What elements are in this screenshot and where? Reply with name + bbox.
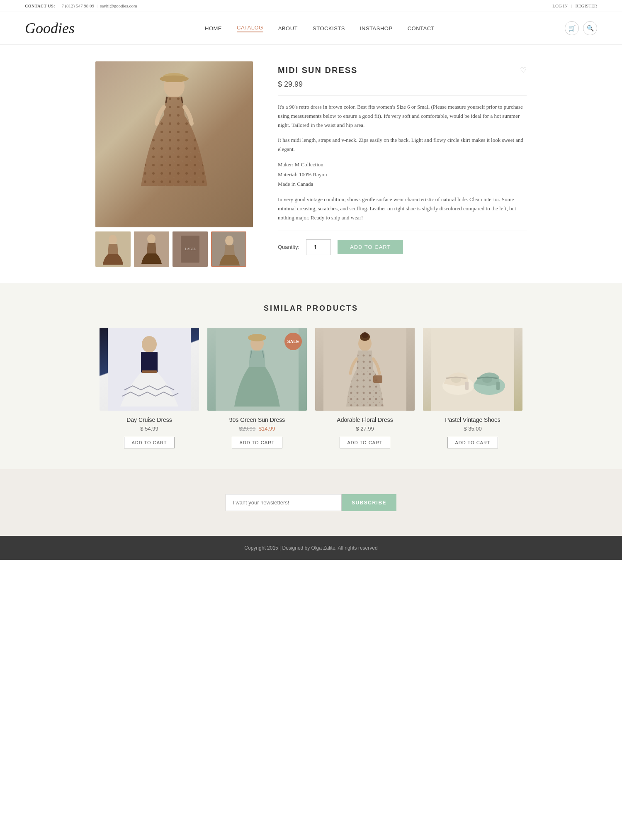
header: Goodies HOME CATALOG ABOUT STOCKISTS INS… (0, 12, 622, 45)
product-images: LABEL (95, 61, 253, 267)
product-description-2: It has midi length, straps and v-neck. Z… (278, 136, 527, 154)
thumbnail-1[interactable] (95, 231, 131, 267)
svg-point-22 (248, 334, 266, 341)
svg-rect-19 (142, 370, 157, 373)
product-card-3: Adorable Floral Dress $ 27.99 ADD TO CAR… (315, 328, 415, 448)
svg-point-15 (225, 236, 233, 246)
product-card-1: Day Cruise Dress $ 54.99 ADD TO CART (100, 328, 199, 448)
similar-products-section: SIMILAR PRODUCTS Day Cruise Dress (0, 283, 622, 469)
card-name-1: Day Cruise Dress (100, 416, 199, 423)
copyright-text: Copyright 2015 | Designed by Olga Zalite… (244, 545, 377, 551)
svg-rect-36 (465, 382, 469, 390)
newsletter-section: SUBSCRIBE (0, 469, 622, 536)
product-price: $ 29.99 (278, 80, 527, 89)
svg-point-28 (362, 332, 368, 338)
card-name-4: Pastel Vintage Shoes (423, 416, 522, 423)
divider: | (97, 3, 97, 8)
card-price-1: $ 54.99 (100, 426, 199, 432)
nav-catalog[interactable]: CATALOG (237, 24, 263, 32)
product-card-4: Pastel Vintage Shoes $ 35.00 ADD TO CART (423, 328, 522, 448)
top-bar-contact: CONTACT US: + 7 (812) 547 98 09 | sayhi@… (25, 3, 137, 8)
card-name-2: 90s Green Sun Dress (207, 416, 307, 423)
search-icon: 🔍 (587, 25, 594, 32)
svg-rect-39 (496, 382, 500, 390)
similar-products-title: SIMILAR PRODUCTS (25, 304, 597, 313)
nav-instashop[interactable]: INSTASHOP (360, 25, 393, 32)
contact-label: CONTACT US: (25, 4, 55, 8)
thumbnail-2[interactable] (134, 231, 169, 267)
main-image-placeholder (95, 61, 253, 227)
product-section: LABEL MIDI SUN DRESS ♡ $ 29.99 It's a 90… (62, 45, 560, 283)
sale-badge: SALE (284, 333, 302, 350)
svg-point-17 (142, 336, 157, 353)
svg-rect-33 (431, 328, 514, 411)
svg-point-8 (109, 235, 117, 245)
cart-button[interactable]: 🛒 (565, 21, 579, 35)
top-bar: CONTACT US: + 7 (812) 547 98 09 | sayhi@… (0, 0, 622, 12)
cart-icon: 🛒 (569, 25, 576, 32)
svg-rect-32 (373, 375, 382, 383)
card-add-btn-3[interactable]: ADD TO CART (340, 437, 391, 448)
quantity-label: Quantity: (278, 244, 299, 250)
phone-number: + 7 (812) 547 98 09 (58, 3, 94, 8)
add-to-cart-button[interactable]: ADD TO CART (338, 240, 403, 254)
newsletter-input[interactable] (226, 494, 342, 511)
product-condition: In very good vintage condition; shows ge… (278, 195, 527, 222)
card-image-3 (315, 328, 415, 411)
add-to-cart-row: Quantity: ADD TO CART (278, 239, 527, 255)
main-product-image (95, 61, 253, 227)
nav-about[interactable]: ABOUT (278, 25, 298, 32)
card-price-4: $ 35.00 (423, 426, 522, 432)
svg-text:LABEL: LABEL (185, 247, 196, 251)
wishlist-button[interactable]: ♡ (520, 66, 527, 75)
auth-divider: | (571, 3, 572, 8)
product-material: Material: 100% Rayon (278, 170, 527, 179)
dress-svg (133, 70, 216, 219)
nav-home[interactable]: HOME (205, 25, 222, 32)
svg-point-10 (147, 234, 156, 243)
subscribe-button[interactable]: SUBSCRIBE (342, 494, 396, 511)
login-link[interactable]: LOG IN (552, 3, 568, 8)
card-price-3: $ 27.99 (315, 426, 415, 432)
card-add-btn-2[interactable]: ADD TO CART (232, 437, 283, 448)
card-add-btn-4[interactable]: ADD TO CART (447, 437, 498, 448)
card-image-2: SALE (207, 328, 307, 411)
thumbnail-4[interactable] (211, 231, 246, 267)
footer: Copyright 2015 | Designed by Olga Zalite… (0, 536, 622, 560)
product-divider-2 (278, 231, 527, 231)
product-details: MIDI SUN DRESS ♡ $ 29.99 It's a 90's ret… (278, 61, 527, 267)
product-title-row: MIDI SUN DRESS ♡ (278, 66, 527, 75)
card-price-2: $29.99 $14.99 (207, 426, 307, 432)
card-add-btn-1[interactable]: ADD TO CART (124, 437, 175, 448)
quantity-input[interactable] (306, 239, 331, 255)
search-button[interactable]: 🔍 (583, 21, 597, 35)
products-grid: Day Cruise Dress $ 54.99 ADD TO CART SAL… (83, 328, 539, 448)
nav-stockists[interactable]: STOCKISTS (313, 25, 345, 32)
product-origin: Made in Canada (278, 179, 527, 189)
email-link[interactable]: sayhi@goodies.com (100, 3, 137, 8)
svg-point-6 (160, 75, 189, 82)
product-title: MIDI SUN DRESS (278, 66, 357, 75)
product-card-2: SALE 90s Green Sun Dress $29.99 $14.99 (207, 328, 307, 448)
newsletter-form: SUBSCRIBE (226, 494, 396, 511)
product-specs: Maker: M Collection Material: 100% Rayon… (278, 160, 527, 189)
register-link[interactable]: REGISTER (575, 3, 597, 8)
header-icons: 🛒 🔍 (565, 21, 597, 35)
heart-icon: ♡ (520, 66, 527, 74)
logo[interactable]: Goodies (25, 19, 75, 37)
card-image-4 (423, 328, 522, 411)
product-description-1: It's a 90's retro dress in brown color. … (278, 102, 527, 130)
card-image-1 (100, 328, 199, 411)
thumbnail-3[interactable]: LABEL (173, 231, 208, 267)
main-nav: HOME CATALOG ABOUT STOCKISTS INSTASHOP C… (205, 24, 435, 32)
svg-rect-18 (141, 352, 158, 373)
thumbnails: LABEL (95, 231, 253, 267)
nav-contact[interactable]: CONTACT (408, 25, 435, 32)
top-bar-auth: LOG IN | REGISTER (552, 3, 597, 8)
product-divider (278, 95, 527, 96)
product-maker: Maker: M Collection (278, 160, 527, 169)
card-name-3: Adorable Floral Dress (315, 416, 415, 423)
